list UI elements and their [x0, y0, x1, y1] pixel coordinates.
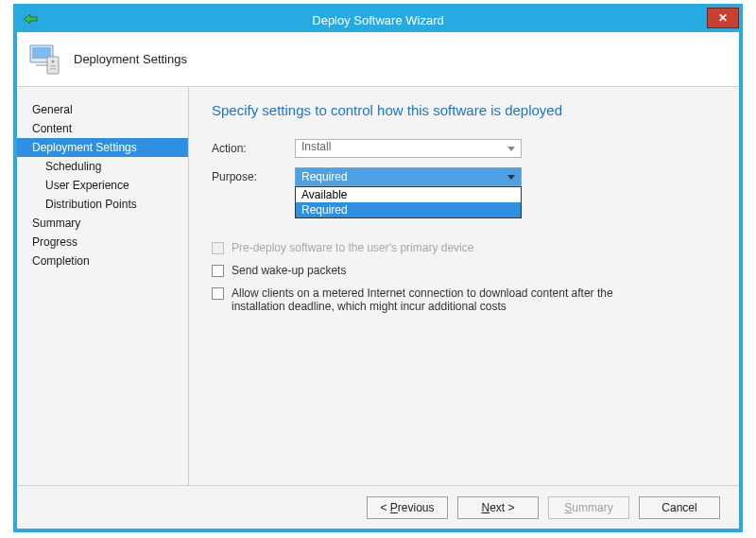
metered-checkbox[interactable] — [212, 287, 224, 300]
summary-button-label: Summary — [564, 501, 612, 514]
svg-rect-6 — [50, 68, 56, 70]
purpose-option-available[interactable]: Available — [296, 187, 521, 202]
purpose-option-required[interactable]: Required — [296, 202, 521, 217]
pre-deploy-label: Pre-deploy software to the user's primar… — [232, 241, 473, 254]
wizard-step-scheduling[interactable]: Scheduling — [17, 157, 188, 176]
body-pane: GeneralContentDeployment SettingsSchedul… — [17, 87, 739, 485]
next-button[interactable]: Next > — [457, 496, 539, 519]
send-wakeup-label: Send wake-up packets — [232, 264, 346, 277]
section-heading: Specify settings to control how this sof… — [212, 102, 716, 118]
cancel-button-label: Cancel — [662, 501, 696, 514]
svg-rect-5 — [50, 65, 56, 67]
previous-button-label: < Previous — [380, 501, 434, 514]
wizard-window: Deploy Software Wizard ✕ Deployment Sett… — [13, 4, 743, 532]
page-title: Deployment Settings — [74, 52, 187, 66]
wizard-step-content[interactable]: Content — [17, 119, 188, 138]
wizard-header: Deployment Settings — [17, 32, 739, 87]
computer-icon — [28, 43, 62, 76]
cancel-button[interactable]: Cancel — [639, 496, 720, 519]
pre-deploy-checkbox — [212, 242, 224, 254]
summary-button: Summary — [548, 496, 629, 519]
svg-point-4 — [52, 60, 55, 62]
metered-row: Allow clients on a metered Internet conn… — [212, 286, 665, 313]
purpose-label: Purpose: — [212, 170, 295, 183]
nav-arrows — [21, 11, 40, 26]
purpose-dropdown-list[interactable]: AvailableRequired — [295, 186, 522, 218]
svg-rect-2 — [36, 64, 47, 66]
footer: < Previous Next > Summary Cancel — [17, 485, 739, 529]
next-button-label: Next > — [481, 501, 514, 514]
close-icon: ✕ — [718, 11, 728, 25]
wizard-step-completion[interactable]: Completion — [17, 252, 188, 270]
wizard-step-deployment-settings[interactable]: Deployment Settings — [17, 138, 188, 157]
action-dropdown[interactable]: Install — [295, 139, 522, 158]
wizard-steps-sidebar: GeneralContentDeployment SettingsSchedul… — [17, 87, 189, 485]
nav-arrow-left-icon — [21, 11, 40, 26]
wizard-step-distribution-points[interactable]: Distribution Points — [17, 195, 188, 214]
wizard-step-summary[interactable]: Summary — [17, 214, 188, 233]
title-bar: Deploy Software Wizard ✕ — [17, 8, 739, 32]
pre-deploy-row: Pre-deploy software to the user's primar… — [212, 241, 665, 254]
main-pane: Specify settings to control how this sof… — [189, 87, 739, 485]
send-wakeup-checkbox[interactable] — [212, 265, 224, 277]
purpose-dropdown[interactable]: Required — [295, 167, 522, 186]
window-title: Deploy Software Wizard — [17, 13, 739, 27]
metered-label: Allow clients on a metered Internet conn… — [232, 286, 665, 313]
row-action: Action: Install — [212, 139, 716, 158]
close-button[interactable]: ✕ — [707, 8, 739, 28]
action-value: Install — [301, 140, 331, 153]
purpose-value: Required — [301, 170, 348, 183]
action-label: Action: — [212, 142, 295, 155]
send-wakeup-row: Send wake-up packets — [212, 264, 665, 277]
wizard-step-user-experience[interactable]: User Experience — [17, 176, 188, 195]
previous-button[interactable]: < Previous — [367, 496, 448, 519]
wizard-step-general[interactable]: General — [17, 100, 188, 119]
row-purpose: Purpose: Required AvailableRequired — [212, 167, 716, 186]
wizard-step-progress[interactable]: Progress — [17, 233, 188, 252]
